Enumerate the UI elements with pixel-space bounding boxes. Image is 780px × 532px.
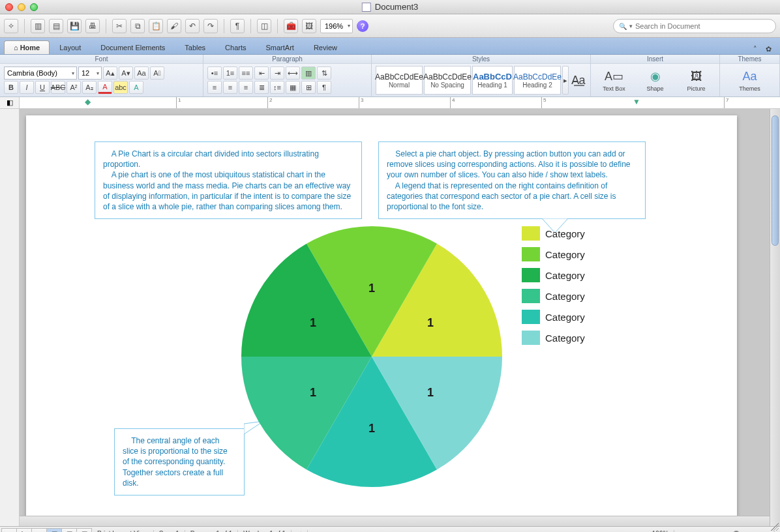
minimize-window-button[interactable] (18, 3, 25, 11)
scroll-thumb[interactable] (772, 115, 779, 246)
style-normal[interactable]: AaBbCcDdEe Normal (376, 66, 423, 95)
style-heading2[interactable]: AaBbCcDdEe Heading 2 (514, 66, 561, 95)
font-name-select[interactable]: Cambria (Body) (4, 66, 77, 80)
toolbox-button[interactable]: 🧰 (284, 19, 298, 33)
align-center-button[interactable]: ≡ (223, 81, 237, 94)
tab-home[interactable]: Home (4, 40, 50, 54)
pie-value-6: 1 (427, 386, 434, 400)
tab-review[interactable]: Review (304, 40, 347, 54)
zoom-window-button[interactable] (30, 3, 38, 11)
text-effects-button[interactable]: A (129, 81, 143, 94)
bold-button[interactable]: B (4, 81, 18, 94)
justify-button[interactable]: ≣ (254, 81, 269, 94)
pie-chart[interactable]: 1 1 1 1 1 1 (241, 226, 502, 487)
ribbon-group-paragraph: Paragraph •≡ 1≡ ≡≡ ⇤ ⇥ ⟷ ▥ ⇅ ≡ ≡ ≡ ≣ (203, 55, 372, 96)
legend-item: Category (522, 268, 585, 282)
italic-button[interactable]: I (20, 81, 34, 94)
columns-button[interactable]: ▥ (301, 66, 316, 80)
notebook-view-button[interactable]: ▤ (61, 528, 77, 533)
align-left-button[interactable]: ≡ (207, 81, 222, 94)
search-input[interactable] (635, 22, 770, 30)
styles-icon: A͟a (571, 72, 586, 88)
media-browser-button[interactable]: 🖼 (302, 19, 316, 33)
right-indent-marker[interactable]: ▼ (633, 97, 640, 106)
tab-tables[interactable]: Tables (175, 40, 215, 54)
sort-button[interactable]: ⇅ (317, 66, 331, 80)
new-doc-button[interactable]: ✧ (4, 19, 18, 33)
highlight-color-button[interactable]: abc (113, 81, 128, 94)
collapse-ribbon-button[interactable]: ˄ (750, 44, 760, 54)
pie-legend: Category Category Category Category Cate… (522, 226, 585, 345)
superscript-button[interactable]: A² (67, 81, 81, 94)
insert-textbox-button[interactable]: A▭ Text Box (601, 66, 628, 95)
strikethrough-button[interactable]: ABC (51, 81, 65, 94)
line-spacing-button[interactable]: ↕≡ (270, 81, 284, 94)
resize-grip[interactable] (771, 523, 779, 531)
print-layout-view-button[interactable]: ▣ (46, 528, 62, 533)
shading-button[interactable]: ▦ (286, 81, 300, 94)
style-heading1[interactable]: AaBbCcD Heading 1 (472, 66, 513, 95)
cut-button[interactable]: ✂ (112, 19, 127, 33)
shrink-font-button[interactable]: A▾ (119, 66, 133, 80)
save-button[interactable]: 💾 (67, 19, 82, 33)
publishing-view-button[interactable]: ▭ (31, 528, 47, 533)
callout-textbox-angle[interactable]: The central angle of each slice is propo… (114, 428, 245, 495)
decrease-indent-button[interactable]: ⇤ (254, 66, 269, 80)
page[interactable]: A Pie Chart is a circular chart divided … (26, 115, 737, 526)
styles-more-button[interactable]: ▸ (562, 66, 569, 95)
show-formatting-button[interactable]: ¶ (230, 19, 245, 33)
help-button[interactable]: ? (357, 20, 368, 32)
text-direction-button[interactable]: ⟷ (286, 66, 300, 80)
clear-formatting-button[interactable]: A⃠ (150, 66, 164, 80)
insert-picture-button[interactable]: 🖼 Picture (683, 66, 710, 95)
callout-textbox-intro[interactable]: A Pie Chart is a circular chart divided … (95, 141, 362, 219)
sidebar-toggle-button[interactable]: ◫ (257, 19, 271, 33)
bullets-button[interactable]: •≡ (207, 66, 222, 80)
style-no-spacing[interactable]: AaBbCcDdEe No Spacing (424, 66, 471, 95)
indent-marker[interactable]: ◆ (85, 97, 91, 106)
underline-button[interactable]: U (35, 81, 50, 94)
tab-layout[interactable]: Layout (50, 40, 91, 54)
search-box[interactable]: ▾ (613, 19, 776, 33)
tab-smartart[interactable]: SmartArt (256, 40, 304, 54)
gear-icon[interactable]: ✿ (763, 44, 773, 54)
redo-button[interactable]: ↷ (203, 19, 218, 33)
vertical-ruler[interactable] (0, 109, 20, 526)
fullscreen-view-button[interactable]: ◳ (76, 528, 92, 533)
paste-button[interactable]: 📋 (149, 19, 163, 33)
callout-textbox-instructions[interactable]: Select a pie chart object. By pressing a… (378, 141, 646, 219)
font-size-select[interactable]: 12 (78, 66, 102, 80)
open-button[interactable]: ▥ (31, 19, 45, 33)
paragraph-marks-button[interactable]: ¶ (317, 81, 331, 94)
borders-button[interactable]: ⊞ (301, 81, 316, 94)
horizontal-ruler[interactable]: ◆ 1 2 3 4 5 7 ▼ (20, 97, 780, 108)
multilevel-list-button[interactable]: ≡≡ (239, 66, 253, 80)
tab-document-elements[interactable]: Document Elements (91, 40, 175, 54)
horizontal-scrollbar[interactable] (20, 516, 770, 526)
print-button[interactable]: 🖶 (85, 19, 100, 33)
numbering-button[interactable]: 1≡ (223, 66, 237, 80)
zoom-select[interactable]: 196% (320, 19, 353, 33)
grow-font-button[interactable]: A▴ (103, 66, 117, 80)
font-color-button[interactable]: A (98, 81, 112, 94)
increase-indent-button[interactable]: ⇥ (270, 66, 284, 80)
new-from-template-button[interactable]: ▤ (49, 19, 63, 33)
align-right-button[interactable]: ≡ (239, 81, 253, 94)
legend-swatch (522, 226, 540, 241)
quick-styles-button[interactable]: A͟a (570, 66, 586, 95)
separator (224, 19, 224, 33)
themes-button[interactable]: Aa Themes (736, 66, 764, 95)
ruler-corner[interactable]: ◧ (0, 97, 20, 108)
draft-view-button[interactable]: ≡ (1, 528, 17, 533)
insert-shape-button[interactable]: ◉ Shape (642, 66, 669, 95)
format-painter-button[interactable]: 🖌 (167, 19, 181, 33)
copy-button[interactable]: ⧉ (130, 19, 145, 33)
outline-view-button[interactable]: ⋮≡ (16, 528, 32, 533)
subscript-button[interactable]: A₂ (82, 81, 97, 94)
document-canvas[interactable]: A Pie Chart is a circular chart divided … (20, 109, 780, 526)
undo-button[interactable]: ↶ (185, 19, 200, 33)
tab-charts[interactable]: Charts (215, 40, 256, 54)
vertical-scrollbar[interactable] (770, 109, 780, 526)
close-window-button[interactable] (5, 3, 13, 11)
change-case-button[interactable]: Aa (134, 66, 149, 80)
